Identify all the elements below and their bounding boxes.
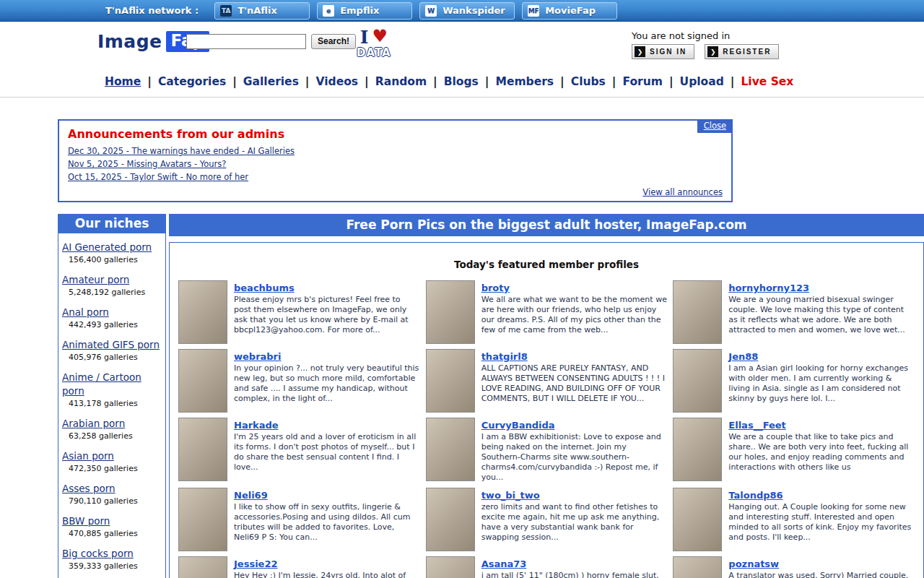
nav-members[interactable]: Members — [479, 75, 554, 88]
profile-username-link[interactable]: Ellas__Feet — [728, 420, 786, 431]
nav-blogs[interactable]: Blogs — [427, 75, 479, 88]
profile-description: Please enjoy mrs b's pictures! Feel free… — [234, 295, 420, 335]
nav-clubs[interactable]: Clubs — [554, 75, 606, 88]
profile-thumbnail[interactable] — [178, 556, 227, 578]
nav-random[interactable]: Random — [358, 75, 427, 88]
nav-categories[interactable]: Categories — [141, 75, 226, 88]
network-bar: T'nAflix network : TA T'nAflix e Empflix… — [0, 0, 924, 22]
profile-username-link[interactable]: poznatsw — [728, 558, 779, 569]
profile-thumbnail[interactable] — [178, 349, 227, 413]
niche-link[interactable]: BBW porn — [62, 515, 110, 527]
profile-username-link[interactable]: beachbums — [234, 282, 295, 293]
niche-item: Amateur porn5,248,192 galleries — [62, 272, 162, 297]
i-love-data-word: DATA — [357, 48, 391, 59]
featured-profiles-box: Today's featured member profiles beachbu… — [169, 242, 924, 578]
profile-username-link[interactable]: two_bi_two — [481, 490, 540, 501]
announcements-close-button[interactable]: Close — [697, 119, 733, 133]
register-button[interactable]: ❯ REGISTER — [705, 44, 779, 59]
profile-description: I like to show off in sexy outfits, ling… — [234, 502, 420, 543]
profile-card: Jessie22Hey Hey :) I'm Jessie, 24yrs old… — [177, 555, 422, 578]
niche-count: 405,976 galleries — [62, 353, 162, 362]
profile-username-link[interactable]: Neli69 — [234, 490, 268, 501]
profile-thumbnail[interactable] — [426, 556, 475, 578]
main-banner: Free Porn Pics on the biggest adult host… — [169, 214, 924, 236]
profile-card: hornyhorny123We are a young married bise… — [671, 279, 916, 345]
niche-count: 472,350 galleries — [62, 464, 162, 473]
profile-thumbnail[interactable] — [426, 488, 475, 551]
nav-forum[interactable]: Forum — [606, 75, 663, 88]
announcement-link[interactable]: Oct 15, 2025 - Taylor Swift - No more of… — [68, 172, 248, 182]
niche-item: Asian porn472,350 galleries — [62, 449, 162, 473]
featured-profiles-grid: beachbumsPlease enjoy mrs b's pictures! … — [173, 279, 920, 578]
network-link-moviefap[interactable]: MF MovieFap — [522, 2, 617, 20]
niches-sidebar: Our niches AI Generated porn156,400 gall… — [58, 214, 166, 578]
niche-link[interactable]: Anime / Cartoon porn — [62, 371, 141, 397]
profile-description: A translator was used. Sorry) Married co… — [728, 571, 915, 578]
profile-thumbnail[interactable] — [673, 488, 722, 551]
profile-thumbnail[interactable] — [426, 349, 475, 413]
profile-description: We all are what we want to be the moment… — [481, 295, 668, 335]
network-link-label: MovieFap — [545, 5, 596, 16]
search-button[interactable]: Search! — [311, 34, 356, 49]
heart-icon: ♥ — [372, 26, 388, 46]
profile-username-link[interactable]: broty — [481, 282, 510, 293]
profile-username-link[interactable]: Talondp86 — [728, 490, 783, 501]
network-link-label: Wankspider — [443, 5, 505, 16]
tnaflix-icon: TA — [220, 5, 232, 17]
profile-thumbnail[interactable] — [178, 280, 227, 344]
profile-thumbnail[interactable] — [178, 418, 227, 481]
search-input[interactable] — [186, 34, 306, 49]
profile-card: webrabriIn your opinion ?... not truly v… — [177, 348, 422, 414]
view-all-announces-link[interactable]: View all announces — [642, 187, 723, 197]
niche-count: 442,493 galleries — [62, 320, 162, 329]
profile-thumbnail[interactable] — [673, 349, 722, 413]
nav-home[interactable]: Home — [105, 75, 141, 88]
niche-link[interactable]: Anal porn — [62, 306, 109, 318]
nav-videos[interactable]: Videos — [299, 75, 358, 88]
page-content: Close Announcements from our admins Dec … — [0, 119, 924, 578]
network-link-empflix[interactable]: e Empflix — [317, 2, 412, 20]
profile-thumbnail[interactable] — [178, 488, 227, 551]
niche-link[interactable]: Arabian porn — [62, 418, 125, 429]
niche-link[interactable]: Animated GIFS porn — [62, 339, 160, 350]
niche-item: Anime / Cartoon porn413,178 galleries — [62, 370, 162, 408]
profile-username-link[interactable]: Harkade — [234, 420, 279, 431]
niches-list: AI Generated porn156,400 galleries Amate… — [58, 233, 166, 578]
niche-count: 63,258 galleries — [62, 431, 162, 441]
network-link-wankspider[interactable]: W Wankspider — [419, 2, 515, 20]
profile-thumbnail[interactable] — [673, 418, 722, 481]
profile-username-link[interactable]: Asana73 — [481, 558, 527, 569]
profile-username-link[interactable]: thatgirl8 — [481, 351, 528, 362]
announcement-link[interactable]: Dec 30, 2025 - The warnings have ended -… — [68, 146, 295, 156]
profile-username-link[interactable]: Jen88 — [728, 351, 758, 362]
register-label: REGISTER — [723, 48, 771, 56]
empflix-icon: e — [323, 5, 334, 17]
announcement-link[interactable]: Nov 5, 2025 - Missing Avatars - Yours? — [68, 159, 226, 169]
profile-thumbnail[interactable] — [426, 280, 475, 344]
profile-card: two_bi_twozero limits and want to find o… — [424, 486, 669, 553]
nav-live-sex[interactable]: Live Sex — [724, 75, 794, 88]
niche-link[interactable]: Asses porn — [62, 483, 116, 494]
arrow-icon: ❯ — [635, 46, 645, 57]
profile-username-link[interactable]: hornyhorny123 — [728, 282, 809, 293]
i-love-data-i: I — [360, 27, 369, 48]
profile-username-link[interactable]: webrabri — [234, 351, 282, 362]
profile-card: HarkadeI'm 25 years old and a lover of e… — [177, 416, 422, 484]
niche-link[interactable]: Asian porn — [62, 450, 114, 462]
niche-link[interactable]: Big cocks porn — [62, 548, 134, 559]
profile-thumbnail[interactable] — [673, 556, 722, 578]
arrow-icon: ❯ — [707, 46, 718, 57]
profile-description: zero limits and want to find other fetis… — [481, 502, 668, 543]
niche-link[interactable]: Amateur porn — [62, 274, 129, 285]
sign-in-button[interactable]: ❯ SIGN IN — [632, 44, 694, 59]
niche-link[interactable]: AI Generated porn — [62, 241, 152, 253]
profile-card: Jen88I am a Asian girl looking for horny… — [671, 348, 916, 414]
network-link-tnaflix[interactable]: TA T'nAflix — [214, 2, 310, 20]
profile-username-link[interactable]: CurvyBandida — [481, 420, 555, 431]
nav-upload[interactable]: Upload — [663, 75, 724, 88]
nav-galleries[interactable]: Galleries — [226, 75, 299, 88]
profile-username-link[interactable]: Jessie22 — [234, 558, 278, 569]
network-link-label: Empflix — [340, 5, 379, 16]
profile-thumbnail[interactable] — [673, 280, 722, 344]
profile-thumbnail[interactable] — [426, 418, 475, 481]
